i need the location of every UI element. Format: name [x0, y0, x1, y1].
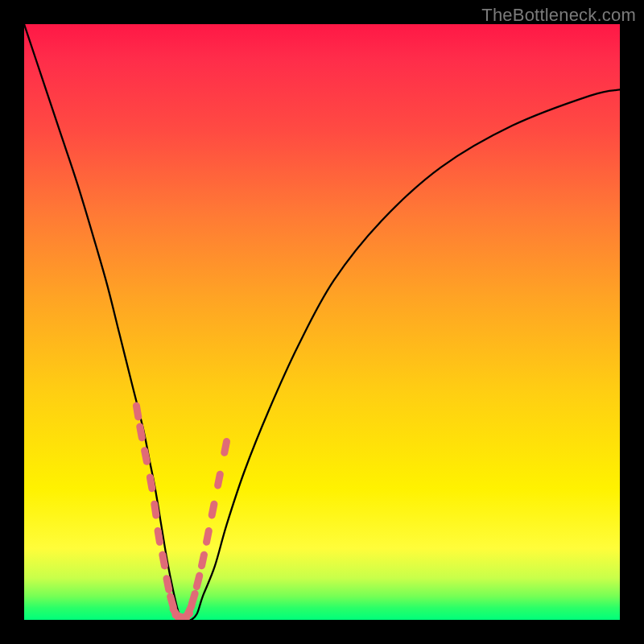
plot-area	[24, 24, 620, 620]
hotspot-dots	[136, 406, 226, 620]
hotspot-dot	[155, 504, 156, 515]
hotspot-dot	[167, 579, 169, 590]
hotspot-dot	[163, 555, 165, 566]
hotspot-dot	[207, 531, 209, 543]
hotspot-dot	[145, 451, 147, 462]
chart-frame: TheBottleneck.com	[0, 0, 644, 644]
bottleneck-curve	[24, 24, 620, 620]
curve-layer	[24, 24, 620, 620]
hotspot-dot	[212, 504, 214, 515]
watermark-text: TheBottleneck.com	[481, 5, 636, 26]
hotspot-dot	[150, 477, 151, 489]
hotspot-dot	[158, 530, 159, 542]
hotspot-dot	[136, 406, 138, 417]
hotspot-dot	[196, 576, 199, 587]
hotspot-dot	[218, 474, 221, 485]
hotspot-dot	[225, 442, 227, 453]
hotspot-dot	[192, 593, 195, 604]
hotspot-dot	[202, 555, 204, 566]
hotspot-dot	[140, 427, 142, 438]
